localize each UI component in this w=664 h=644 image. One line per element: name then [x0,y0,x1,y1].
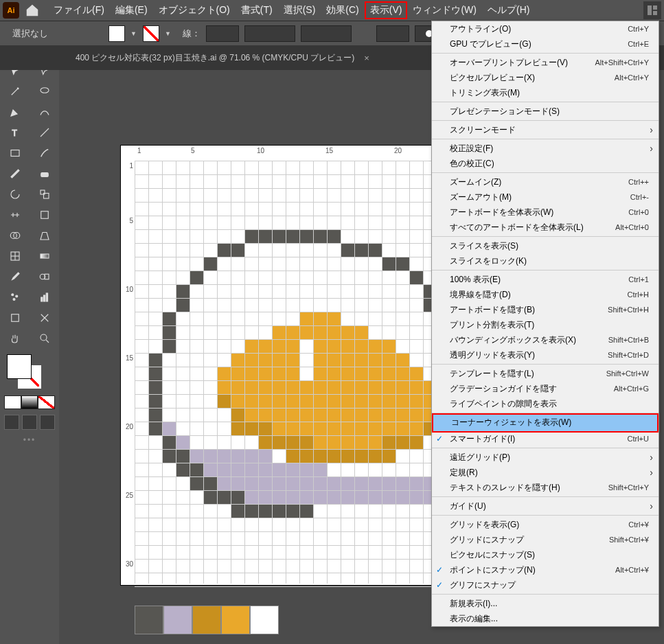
opacity-input[interactable] [376,25,409,42]
palette-swatch[interactable] [221,606,250,634]
pen-tool[interactable] [0,102,30,122]
menu-file[interactable]: ファイル(F) [48,1,110,19]
menu-item[interactable]: ピクセルにスナップ(S) [432,547,659,562]
menu-item[interactable]: テキストのスレッドを隠す(H)Shift+Ctrl+Y [432,480,659,497]
scale-tool[interactable] [30,184,59,205]
document-tab[interactable]: 400 ピクセル対応表(32 px)目玉焼き.ai @ 71.06 % (CMY… [66,45,379,70]
menu-item[interactable]: アートボードを隠す(B)Shift+Ctrl+H [432,302,659,317]
menu-item[interactable]: グリッドを表示(G)Ctrl+¥ [432,517,659,532]
menu-object[interactable]: オブジェクト(O) [153,1,236,19]
line-tool[interactable] [30,122,59,143]
menu-item[interactable]: ズームアウト(M)Ctrl+- [432,189,659,205]
edit-toolbar-icon[interactable]: ••• [0,435,59,445]
menu-item[interactable]: ガイド(U) [432,498,659,516]
menu-item[interactable]: グラデーションガイドを隠すAlt+Ctrl+G [432,381,659,396]
menu-item[interactable]: アートボードを全体表示(W)Ctrl+0 [432,205,659,220]
fill-stroke-indicator[interactable] [4,353,55,391]
magic-wand-tool[interactable] [0,81,30,102]
tab-close-icon[interactable]: × [364,53,369,63]
blend-tool[interactable] [30,266,59,287]
workspace-switcher-icon[interactable] [643,1,661,19]
menu-item[interactable]: ✓ポイントにスナップ(N)Alt+Ctrl+¥ [432,562,659,577]
menu-item[interactable]: オーバープリントプレビュー(V)Alt+Shift+Ctrl+Y [432,55,659,70]
menu-item[interactable]: 100% 表示(E)Ctrl+1 [432,272,659,287]
artboard-tool[interactable] [0,308,30,328]
menu-item[interactable]: スクリーンモード [432,122,659,139]
menu-item[interactable]: 校正設定(F) [432,141,659,156]
menu-select[interactable]: 選択(S) [278,1,321,19]
curvature-tool[interactable] [30,102,59,122]
pixel [245,505,258,518]
eyedropper-tool[interactable] [0,266,30,287]
none-mode[interactable] [38,395,55,409]
width-tool[interactable] [0,205,30,225]
menu-item[interactable]: 遠近グリッド(P) [432,450,659,465]
fill-swatch[interactable] [108,25,125,42]
menu-item[interactable]: 透明グリッドを表示(Y)Shift+Ctrl+D [432,347,659,365]
graph-tool[interactable] [30,287,59,308]
type-tool[interactable]: T [0,122,30,143]
color-mode[interactable] [4,395,21,409]
pixel [149,381,162,394]
menu-item[interactable]: ✓グリフにスナップ [432,577,659,595]
palette-swatch[interactable] [250,606,279,634]
menu-item[interactable]: 表示の編集... [432,611,659,626]
palette-swatch[interactable] [163,606,192,634]
menu-item[interactable]: グリッドにスナップShift+Ctrl+¥ [432,532,659,547]
gradient-tool[interactable] [30,246,59,266]
home-icon[interactable] [25,3,40,18]
menu-item[interactable]: プレゼンテーションモード(S) [432,104,659,121]
menu-item[interactable]: ✓スマートガイド(I)Ctrl+U [432,431,659,448]
stroke-weight-input[interactable] [206,25,239,42]
shape-builder-tool[interactable] [0,225,30,246]
palette-swatch[interactable] [135,606,163,634]
draw-behind[interactable] [22,415,37,430]
slice-tool[interactable] [30,308,59,328]
menu-window[interactable]: ウィンドウ(W) [407,1,482,19]
zoom-tool[interactable] [30,328,59,349]
stroke-dropdown-icon[interactable]: ▼ [165,30,172,37]
rectangle-tool[interactable] [0,143,30,163]
menu-view[interactable]: 表示(V) [365,1,408,19]
menu-type[interactable]: 書式(T) [236,1,278,19]
menu-item[interactable]: 境界線を隠す(D)Ctrl+H [432,287,659,302]
menu-item[interactable]: 色の校正(C) [432,156,659,173]
palette-swatch[interactable] [192,606,221,634]
menu-item[interactable]: 定規(R) [432,465,659,480]
draw-normal[interactable] [4,415,19,430]
menu-effect[interactable]: 効果(C) [321,1,364,19]
menu-item[interactable]: 新規表示(I)... [432,596,659,611]
fill-dropdown-icon[interactable]: ▼ [130,30,137,37]
menu-item[interactable]: ピクセルプレビュー(X)Alt+Ctrl+Y [432,70,659,85]
brush-def-input[interactable] [301,25,352,42]
menu-item[interactable]: バウンディングボックスを表示(X)Shift+Ctrl+B [432,332,659,347]
menu-item[interactable]: プリント分割を表示(T) [432,317,659,332]
menu-item[interactable]: テンプレートを隠す(L)Shift+Ctrl+W [432,366,659,381]
menu-item[interactable]: GPU でプレビュー(G)Ctrl+E [432,36,659,54]
fill-indicator[interactable] [7,354,32,379]
perspective-tool[interactable] [30,225,59,246]
menu-item[interactable]: トリミング表示(M) [432,85,659,102]
menu-item[interactable]: アウトライン(O)Ctrl+Y [432,21,659,36]
menu-item[interactable]: スライスを表示(S) [432,238,659,253]
menu-item[interactable]: すべてのアートボードを全体表示(L)Alt+Ctrl+0 [432,220,659,237]
menu-item[interactable]: スライスをロック(K) [432,253,659,271]
gradient-mode[interactable] [21,395,38,409]
lasso-tool[interactable] [30,81,59,102]
menu-edit[interactable]: 編集(E) [110,1,153,19]
menu-help[interactable]: ヘルプ(H) [482,1,535,19]
mesh-tool[interactable] [0,246,30,266]
brush-tool[interactable] [30,143,59,163]
symbol-sprayer-tool[interactable] [0,287,30,308]
stroke-profile-input[interactable] [244,25,295,42]
draw-inside[interactable] [40,415,55,430]
free-transform-tool[interactable] [30,205,59,225]
menu-item[interactable]: コーナーウィジェットを表示(W) [432,413,659,433]
rotate-tool[interactable] [0,184,30,205]
shaper-tool[interactable] [0,163,30,184]
stroke-swatch[interactable] [143,25,159,42]
menu-item[interactable]: ズームイン(Z)Ctrl++ [432,174,659,189]
menu-item[interactable]: ライブペイントの隙間を表示 [432,396,659,413]
eraser-tool[interactable] [30,163,59,184]
hand-tool[interactable] [0,328,30,349]
